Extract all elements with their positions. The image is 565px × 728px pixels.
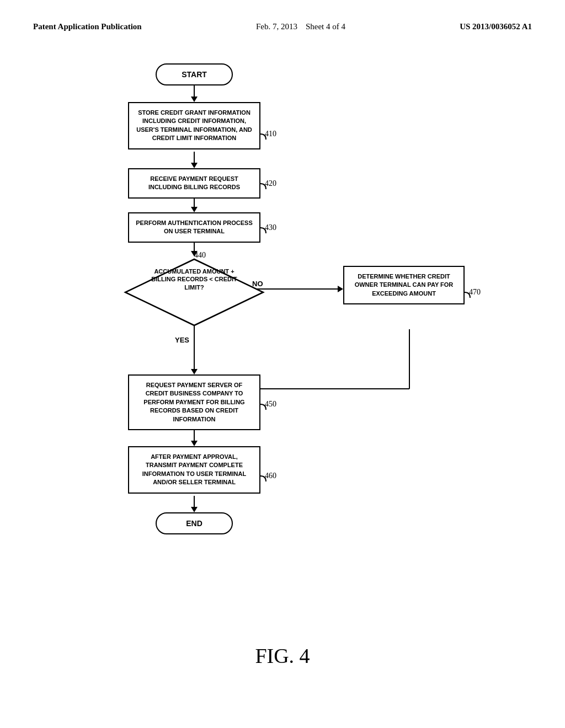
step-430-box: PERFORM AUTHENTICATION PROCESS ON USER T…	[128, 212, 260, 243]
start-node: START	[156, 63, 233, 85]
svg-marker-3	[191, 163, 198, 168]
page: Patent Application Publication Feb. 7, 2…	[0, 0, 565, 668]
bracket-460	[259, 472, 276, 483]
header-right: US 2013/0036052 A1	[460, 22, 532, 31]
svg-marker-9	[191, 369, 198, 374]
patent-publication-label: Patent Application Publication	[33, 22, 142, 31]
svg-marker-18	[191, 507, 198, 512]
step-410-box: STORE CREDIT GRANT INFORMATION INCLUDING…	[128, 102, 260, 149]
flowchart: START STORE CREDIT GRANT INFORMATION INC…	[67, 48, 498, 633]
diamond-440: ACCUMULATED AMOUNT + BILLING RECORDS < C…	[122, 256, 266, 328]
yes-label: YES	[175, 336, 189, 344]
bracket-410	[259, 130, 276, 141]
sheet-label: Sheet 4 of 4	[306, 22, 345, 31]
svg-marker-16	[191, 441, 198, 446]
diagram-container: START STORE CREDIT GRANT INFORMATION INC…	[0, 48, 565, 668]
bracket-430	[259, 223, 276, 234]
header-left: Patent Application Publication	[33, 22, 142, 31]
header-center: Feb. 7, 2013 Sheet 4 of 4	[256, 22, 345, 31]
bracket-450	[259, 400, 276, 411]
bracket-420	[259, 179, 276, 190]
step-460-box: AFTER PAYMENT APPROVAL, TRANSMIT PAYMENT…	[128, 446, 260, 494]
svg-marker-5	[191, 207, 198, 212]
no-label: NO	[252, 280, 263, 288]
step-420-box: RECEIVE PAYMENT REQUEST INCLUDING BILLIN…	[128, 168, 260, 199]
step-450-box: REQUEST PAYMENT SERVER OF CREDIT BUSINES…	[128, 374, 260, 430]
step-470-box: DETERMINE WHETHER CREDIT OWNER TERMINAL …	[343, 266, 465, 304]
svg-marker-11	[338, 286, 343, 292]
figure-label: FIG. 4	[255, 644, 310, 668]
end-node: END	[156, 512, 233, 534]
bracket-470	[463, 288, 480, 299]
svg-marker-1	[191, 97, 198, 102]
patent-number-label: US 2013/0036052 A1	[460, 22, 532, 31]
page-header: Patent Application Publication Feb. 7, 2…	[0, 0, 565, 31]
date-label: Feb. 7, 2013	[256, 22, 297, 31]
